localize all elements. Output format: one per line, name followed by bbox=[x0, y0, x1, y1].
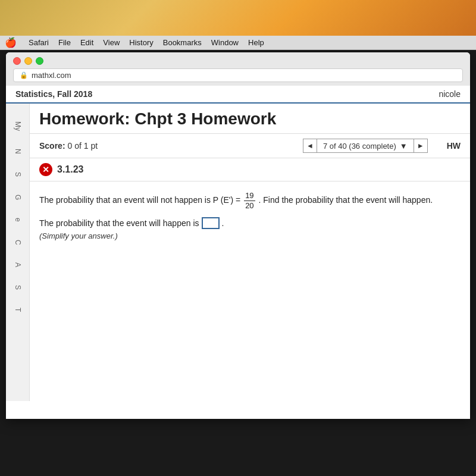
nav-dropdown-arrow: ▼ bbox=[400, 142, 408, 151]
menu-view[interactable]: View bbox=[103, 38, 120, 47]
sidebar-item-n[interactable]: N bbox=[14, 149, 22, 154]
sidebar-item-e[interactable]: e bbox=[14, 218, 22, 222]
score-bar: Score: 0 of 1 pt ◄ 7 of 40 (36 complete)… bbox=[30, 134, 470, 158]
site-header: Statistics, Fall 2018 nicole bbox=[6, 86, 470, 104]
minimize-button[interactable] bbox=[24, 57, 32, 65]
answer-line: The probability that the event will happ… bbox=[39, 217, 461, 229]
close-button[interactable] bbox=[13, 57, 21, 65]
address-bar[interactable]: 🔒 mathxl.com bbox=[13, 68, 463, 82]
main-content-area: Homework: Chpt 3 Homework Score: 0 of 1 … bbox=[30, 104, 470, 401]
browser-chrome: 🔒 mathxl.com bbox=[6, 52, 470, 86]
sidebar-item-s2[interactable]: S bbox=[14, 285, 22, 290]
sidebar-item-s1[interactable]: S bbox=[14, 172, 22, 177]
hw-badge: HW bbox=[447, 141, 461, 151]
answer-input-box[interactable] bbox=[202, 217, 220, 229]
sidebar-item-c[interactable]: C bbox=[14, 240, 22, 245]
menu-safari[interactable]: Safari bbox=[29, 38, 49, 47]
menu-window[interactable]: Window bbox=[211, 38, 239, 47]
nav-dropdown[interactable]: 7 of 40 (36 complete) ▼ bbox=[317, 139, 414, 153]
lock-icon: 🔒 bbox=[20, 71, 28, 79]
sidebar-item-a[interactable]: A bbox=[14, 262, 22, 267]
navigation-controls: ◄ 7 of 40 (36 complete) ▼ ► bbox=[303, 139, 428, 153]
question-text-part2: . Find the probability that the event wi… bbox=[258, 195, 433, 205]
incorrect-icon: ✕ bbox=[39, 163, 52, 176]
course-title: Statistics, Fall 2018 bbox=[15, 89, 92, 99]
answer-label: The probability that the event will happ… bbox=[39, 218, 199, 228]
browser-window: 🔒 mathxl.com Statistics, Fall 2018 nicol… bbox=[6, 52, 470, 419]
main-layout: My N S G e C A S T Homework: Chpt 3 Home… bbox=[6, 104, 470, 401]
menu-bar: 🍎 Safari File Edit View History Bookmark… bbox=[0, 36, 476, 50]
nav-next-button[interactable]: ► bbox=[414, 139, 428, 153]
desktop-background bbox=[0, 0, 476, 36]
maximize-button[interactable] bbox=[36, 57, 43, 65]
sidebar: My N S G e C A S T bbox=[6, 104, 30, 401]
question-header: ✕ 3.1.23 bbox=[30, 158, 470, 181]
traffic-lights bbox=[13, 57, 463, 65]
sidebar-item-my[interactable]: My bbox=[14, 121, 22, 131]
menu-history[interactable]: History bbox=[129, 38, 153, 47]
sidebar-item-g[interactable]: G bbox=[14, 195, 22, 200]
nav-position: 7 of 40 (36 complete) bbox=[323, 142, 396, 151]
fraction: 19 20 bbox=[244, 191, 255, 210]
homework-title-bar: Homework: Chpt 3 Homework bbox=[30, 104, 470, 134]
period: . bbox=[222, 218, 224, 228]
question-body: The probability that an event will not h… bbox=[30, 181, 470, 248]
menu-help[interactable]: Help bbox=[248, 38, 264, 47]
username: nicole bbox=[439, 89, 461, 99]
menu-file[interactable]: File bbox=[58, 38, 71, 47]
sidebar-items: My N S G e C A S T bbox=[14, 109, 22, 312]
homework-title: Homework: Chpt 3 Homework bbox=[39, 109, 461, 129]
question-text: The probability that an event will not h… bbox=[39, 191, 461, 210]
question-number: 3.1.23 bbox=[57, 164, 83, 175]
nav-prev-button[interactable]: ◄ bbox=[303, 139, 317, 153]
score-value: 0 of 1 pt bbox=[67, 141, 98, 151]
simplify-note: (Simplify your answer.) bbox=[39, 231, 461, 240]
fraction-denominator: 20 bbox=[244, 201, 255, 211]
menu-bookmarks[interactable]: Bookmarks bbox=[163, 38, 202, 47]
page-content: Statistics, Fall 2018 nicole My N S G e … bbox=[6, 86, 470, 419]
sidebar-item-t[interactable]: T bbox=[14, 308, 22, 312]
url-display: mathxl.com bbox=[32, 71, 71, 80]
fraction-numerator: 19 bbox=[244, 191, 255, 201]
question-text-part1: The probability that an event will not h… bbox=[39, 195, 243, 205]
menu-edit[interactable]: Edit bbox=[80, 38, 93, 47]
apple-menu[interactable]: 🍎 bbox=[5, 37, 17, 48]
score-label: Score: 0 of 1 pt bbox=[39, 141, 98, 151]
